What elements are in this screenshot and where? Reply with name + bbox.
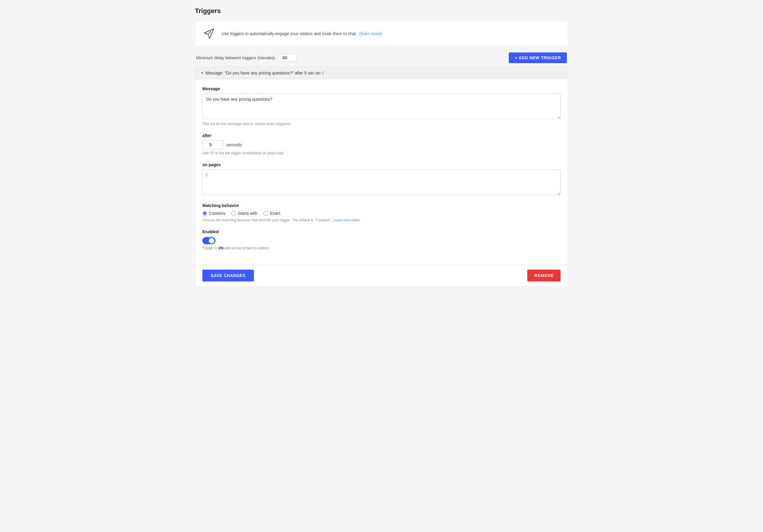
toggle-slider [202, 237, 215, 244]
trigger-header[interactable]: ▾ Message: "Do you have any pricing ques… [195, 67, 568, 79]
enabled-section: Enabled Trigger is ON and will be shown … [202, 229, 561, 250]
controls-bar: Minimum delay between triggers (minutes)… [195, 52, 568, 63]
radio-contains-input[interactable] [202, 211, 207, 216]
learn-more-link[interactable]: (learn more) [359, 31, 382, 36]
save-changes-button[interactable]: SAVE CHANGES [202, 270, 254, 282]
footer-bar: SAVE CHANGES REMOVE [195, 265, 568, 286]
message-hint: This will be the message sent to visitor… [202, 122, 561, 126]
matching-behavior-section: Matching behavior Contains Starts with E… [202, 203, 561, 222]
delay-control: Minimum delay between triggers (minutes)… [196, 54, 296, 62]
info-text: Use triggers to automatically engage you… [221, 31, 382, 36]
radio-exact-label: Exact [270, 211, 280, 216]
enabled-toggle[interactable] [202, 237, 215, 244]
page-title: Triggers [195, 7, 568, 15]
pages-field-group: on pages / [202, 162, 561, 196]
remove-button[interactable]: REMOVE [527, 270, 561, 282]
after-field-group: after seconds Use "0" to fire the trigge… [202, 133, 561, 155]
send-icon [202, 27, 215, 40]
toggle-wrapper [202, 237, 561, 244]
seconds-label: seconds [226, 142, 242, 147]
pages-textarea[interactable]: / [202, 169, 561, 195]
radio-starts-with-label: Starts with [238, 211, 257, 216]
matching-hint-text: Choose the matching behavior that best f… [202, 218, 332, 222]
info-description: Use triggers to automatically engage you… [221, 31, 357, 36]
trigger-card: ▾ Message: "Do you have any pricing ques… [195, 67, 568, 287]
radio-exact[interactable]: Exact [264, 211, 280, 216]
message-label: Message [202, 86, 561, 91]
after-row: seconds [202, 140, 561, 149]
enabled-hint-post: and will be shown to visitors [224, 246, 269, 250]
enabled-hint-on: ON [218, 246, 224, 250]
delay-label: Minimum delay between triggers (minutes)… [196, 55, 276, 60]
matching-hint: Choose the matching behavior that best f… [202, 218, 561, 222]
message-field-group: Message Do you have any pricing question… [202, 86, 561, 126]
trigger-header-text: Message: "Do you have any pricing questi… [205, 71, 324, 75]
enabled-hint: Trigger is ON and will be shown to visit… [202, 246, 561, 250]
seconds-input[interactable] [202, 140, 223, 149]
info-banner: Use triggers to automatically engage you… [195, 21, 568, 46]
after-label: after [202, 133, 561, 138]
radio-contains-label: Contains [209, 211, 225, 216]
message-textarea[interactable]: Do you have any pricing questions? [202, 94, 561, 119]
enabled-hint-pre: Trigger is [202, 246, 218, 250]
chevron-down-icon: ▾ [201, 71, 203, 75]
radio-starts-with-input[interactable] [231, 211, 236, 216]
enabled-title: Enabled [202, 229, 561, 234]
delay-input[interactable] [278, 54, 296, 62]
radio-contains[interactable]: Contains [202, 211, 225, 216]
pages-label: on pages [202, 162, 561, 167]
matching-title: Matching behavior [202, 203, 561, 208]
seconds-hint: Use "0" to fire the trigger immediately … [202, 151, 561, 155]
radio-exact-input[interactable] [264, 211, 268, 216]
matching-learn-link[interactable]: Learn more here. [333, 218, 361, 222]
trigger-body: Message Do you have any pricing question… [195, 79, 568, 265]
add-trigger-button[interactable]: + ADD NEW TRIGGER [509, 52, 567, 63]
radio-starts-with[interactable]: Starts with [231, 211, 257, 216]
radio-group: Contains Starts with Exact [202, 211, 561, 216]
